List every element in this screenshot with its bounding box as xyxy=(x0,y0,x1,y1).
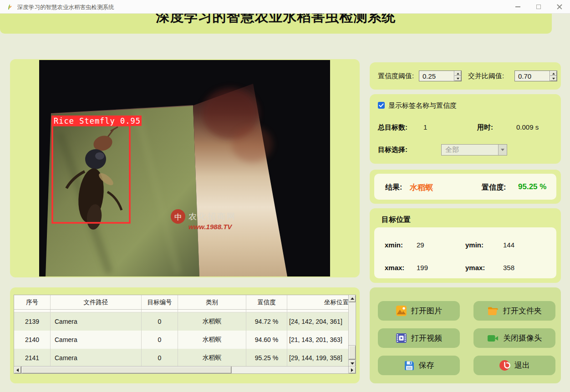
target-position-title: 目标位置 xyxy=(382,215,411,225)
result-class-value: 水稻螟 xyxy=(410,182,433,193)
show-labels-label: 显示标签名称与置信度 xyxy=(388,101,457,110)
save-icon xyxy=(404,360,415,371)
time-value: 0.009 s xyxy=(516,123,539,131)
detection-image-panel: 中 农化招商网 www.1988.TV Rice Stemfly 0.95 xyxy=(10,59,360,277)
table-row[interactable]: 2140 Camera 0 水稻螟 94.60 % [21, 143, 201,… xyxy=(14,331,349,349)
svg-text:www.1988.TV: www.1988.TV xyxy=(188,223,233,231)
ymin-value: 144 xyxy=(503,241,514,249)
show-labels-checkbox[interactable] xyxy=(378,102,385,109)
result-label: 结果: xyxy=(385,183,402,192)
table-row[interactable]: 2139 Camera 0 水稻螟 94.72 % [24, 142, 204,… xyxy=(14,312,349,331)
spin-up-icon[interactable] xyxy=(454,71,461,76)
power-icon xyxy=(499,360,510,371)
xmin-value: 29 xyxy=(417,241,424,249)
actions-panel: 打开图片 打开文件夹 打开视频 关闭摄像头 xyxy=(370,287,561,383)
table-header-target-id: 目标编号 xyxy=(142,295,178,309)
scroll-up-icon[interactable] xyxy=(349,295,356,302)
maximize-button[interactable] xyxy=(528,0,549,14)
result-confidence-value: 95.25 % xyxy=(518,182,546,191)
vertical-scroll-thumb[interactable] xyxy=(349,346,356,359)
results-table-panel: 序号 文件路径 目标编号 类别 置信度 坐标位置 2139 Camera 0 水… xyxy=(10,287,360,383)
video-icon xyxy=(396,332,407,344)
exit-button[interactable]: 退出 xyxy=(473,356,555,375)
table-header-path: 文件路径 xyxy=(51,295,142,309)
open-folder-button[interactable]: 打开文件夹 xyxy=(473,301,555,321)
iou-threshold-spinbox[interactable]: 0.70 xyxy=(514,70,557,81)
ymin-label: ymin: xyxy=(465,241,483,249)
stats-panel: 显示标签名称与置信度 总目标数: 1 用时: 0.009 s 目标选择: 全部 xyxy=(370,94,561,164)
target-position-panel: 目标位置 xmin: 29 ymin: 144 xmax: 199 ymax: … xyxy=(370,208,561,283)
window-title: 深度学习的智慧农业水稻害虫检测系统 xyxy=(17,4,114,11)
thresholds-panel: 置信度阈值: 0.25 交并比阈值: 0.70 xyxy=(370,62,561,90)
ymax-value: 358 xyxy=(503,264,514,271)
results-table: 序号 文件路径 目标编号 类别 置信度 坐标位置 2139 Camera 0 水… xyxy=(14,295,356,374)
titlebar: 深度学习的智慧农业水稻害虫检测系统 xyxy=(0,0,570,14)
minimize-button[interactable] xyxy=(507,0,528,14)
xmax-value: 199 xyxy=(417,264,428,271)
total-targets-label: 总目标数: xyxy=(378,123,407,132)
horizontal-scroll-thumb[interactable] xyxy=(22,367,231,373)
folder-icon xyxy=(487,306,499,317)
result-panel: 结果: 水稻螟 置信度: 95.25 % xyxy=(370,170,561,204)
leaf-photo-area xyxy=(46,106,199,276)
camera-view: 中 农化招商网 www.1988.TV Rice Stemfly 0.95 xyxy=(39,60,330,276)
table-header-confidence: 置信度 xyxy=(246,295,287,309)
target-select-label: 目标选择: xyxy=(378,146,407,154)
table-header-class: 类别 xyxy=(178,295,246,309)
target-select-dropdown[interactable]: 全部 xyxy=(441,144,507,156)
scroll-right-icon[interactable] xyxy=(349,367,356,373)
spin-up-icon[interactable] xyxy=(550,71,557,76)
table-header-coords: 坐标位置 xyxy=(287,295,349,309)
iou-threshold-label: 交并比阈值: xyxy=(468,72,504,80)
svg-text:中: 中 xyxy=(174,213,182,221)
table-row[interactable]: 2141 Camera 0 水稻螟 95.25 % [29, 144, 199,… xyxy=(14,349,349,367)
spin-down-icon[interactable] xyxy=(454,76,461,81)
close-camera-button[interactable]: 关闭摄像头 xyxy=(473,328,555,348)
svg-text:农化招商网: 农化招商网 xyxy=(188,212,236,221)
horizontal-scrollbar[interactable] xyxy=(14,366,356,373)
table-header-row: 序号 文件路径 目标编号 类别 置信度 坐标位置 xyxy=(14,295,349,310)
scroll-left-icon[interactable] xyxy=(14,367,21,373)
save-button[interactable]: 保存 xyxy=(378,356,460,375)
vertical-scrollbar[interactable] xyxy=(348,295,356,367)
image-icon xyxy=(396,305,407,317)
time-label: 用时: xyxy=(477,123,493,132)
app-leaf-icon xyxy=(6,3,13,10)
open-image-button[interactable]: 打开图片 xyxy=(378,301,460,321)
confidence-threshold-label: 置信度阈值: xyxy=(378,72,414,80)
xmin-label: xmin: xyxy=(385,241,403,249)
confidence-threshold-spinbox[interactable]: 0.25 xyxy=(419,70,462,81)
close-button[interactable] xyxy=(549,0,570,14)
chevron-down-icon[interactable] xyxy=(498,145,507,155)
spin-down-icon[interactable] xyxy=(550,76,557,81)
open-video-button[interactable]: 打开视频 xyxy=(378,328,460,348)
ymax-label: ymax: xyxy=(465,264,485,271)
camera-icon xyxy=(487,333,499,343)
result-confidence-label: 置信度: xyxy=(482,183,506,192)
total-targets-value: 1 xyxy=(423,123,427,131)
bbox-label: Rice Stemfly 0.95 xyxy=(54,116,141,126)
xmax-label: xmax: xyxy=(385,264,404,271)
table-header-index: 序号 xyxy=(14,295,51,309)
